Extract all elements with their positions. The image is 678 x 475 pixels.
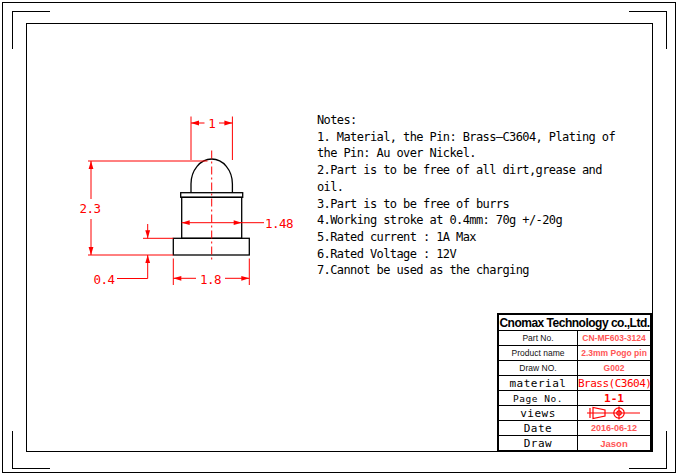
dim-total-height-label: 2.3 — [79, 201, 100, 216]
product-name-label: Product name — [499, 346, 578, 360]
dimension-labels: 1 2.3 1.48 0.4 1.8 — [79, 116, 293, 287]
notes-title: Notes: — [317, 112, 647, 129]
dim-body-width-label: 1.48 — [265, 216, 293, 231]
table-row-draw-no: Draw NO. G002 — [499, 361, 650, 376]
material-label: material — [499, 376, 578, 390]
material-value: Brass(C3604) — [578, 376, 651, 390]
date-label: Date — [499, 421, 578, 435]
notes-block: Notes: 1. Material, the Pin: Brass—C3604… — [317, 112, 647, 279]
dimension-arrows — [89, 120, 250, 280]
note-line: 6.Rated Voltage : 12V — [317, 246, 647, 263]
title-block-table: Cnomax Technology co.,Ltd. Part No. CN-M… — [497, 313, 652, 452]
date-value: 2016-06-12 — [578, 421, 650, 435]
part-no-label: Part No. — [499, 331, 578, 345]
table-row-views: views — [499, 406, 650, 421]
table-row-material: material Brass(C3604) — [499, 376, 650, 391]
table-row-page-no: Page No. 1-1 — [499, 391, 650, 406]
draw-label: Draw — [499, 436, 578, 450]
dimension-lines — [88, 117, 264, 286]
note-line: 2.Part is to be free of all dirt,grease … — [317, 162, 647, 179]
draw-no-value: G002 — [578, 361, 650, 375]
dim-tip-width-label: 1 — [208, 116, 215, 131]
dim-base-width-label: 1.8 — [200, 272, 221, 287]
table-row-date: Date 2016-06-12 — [499, 421, 650, 436]
part-no-value: CN-MF603-3124 — [578, 331, 650, 345]
dim-base-height-line — [117, 224, 148, 279]
note-line: 4.Working stroke at 0.4mm: 70g +/-20g — [317, 212, 647, 229]
note-line: 1. Material, the Pin: Brass—C3604, Plati… — [317, 129, 647, 146]
product-name-value: 2.3mm Pogo pin — [578, 346, 650, 360]
note-line: the Pin: Au over Nickel. — [317, 145, 647, 162]
note-line: 5.Rated current : 1A Max — [317, 229, 647, 246]
third-angle-projection-icon — [586, 405, 642, 421]
drawn-by-value: Jason — [578, 436, 650, 450]
page-no-label: Page No. — [499, 391, 578, 405]
draw-no-label: Draw NO. — [499, 361, 578, 375]
views-label: views — [499, 406, 578, 420]
note-line: 7.Cannot be used as the charging — [317, 262, 647, 279]
dim-base-height-label: 0.4 — [93, 272, 114, 287]
note-line: oil. — [317, 179, 647, 196]
table-row-part-no: Part No. CN-MF603-3124 — [499, 331, 650, 346]
dim-height-extension-lines — [88, 161, 208, 255]
table-row-draw: Draw Jason — [499, 436, 650, 450]
views-value — [578, 406, 650, 420]
note-line: 3.Part is to be free of burrs — [317, 196, 647, 213]
table-row-product-name: Product name 2.3mm Pogo pin — [499, 346, 650, 361]
company-name: Cnomax Technology co.,Ltd. — [499, 315, 650, 331]
page-no-value: 1-1 — [578, 391, 650, 405]
